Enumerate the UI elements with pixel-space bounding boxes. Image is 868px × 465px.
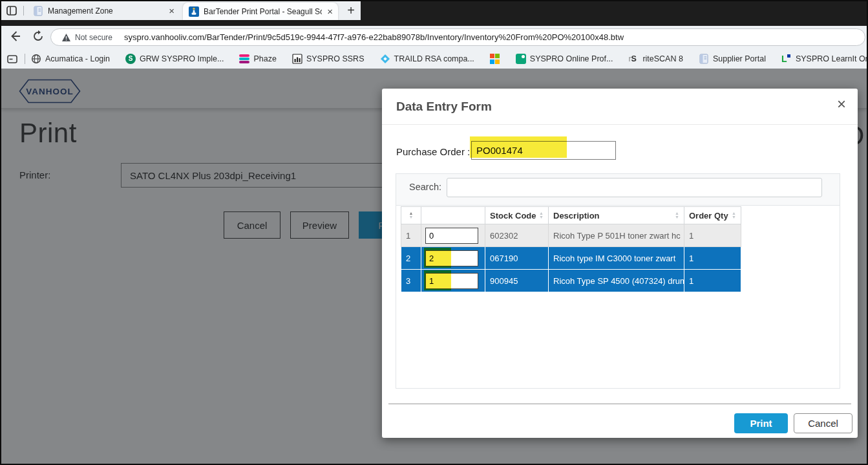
- bookmark-label: Phaze: [253, 54, 276, 63]
- security-status-label[interactable]: Not secure: [75, 33, 112, 42]
- bookmark-acumatica[interactable]: Acumatica - Login: [31, 54, 110, 64]
- search-input[interactable]: [447, 178, 822, 197]
- back-arrow-icon: [8, 29, 22, 43]
- row-number-cell: 3: [401, 270, 421, 292]
- bookmark-label: TRAILD RSA compa...: [394, 54, 474, 63]
- header-label: Description: [553, 211, 600, 221]
- tab-bartender-print-portal[interactable]: BarTender Print Portal - Seagull Sc ×: [183, 3, 338, 20]
- stock-code-cell: 067190: [485, 247, 549, 270]
- tab-strip: Management Zone × BarTender Print Portal…: [1, 1, 361, 20]
- quantity-input[interactable]: [425, 228, 478, 244]
- bookmark-supplier-portal[interactable]: Supplier Portal: [699, 54, 766, 64]
- row-number-cell: 2: [401, 247, 421, 270]
- bookmark-label: Supplier Portal: [713, 54, 766, 63]
- bookmark-syspro-online[interactable]: SYSPRO Online Prof...: [516, 54, 613, 64]
- bookmarks-separator: [25, 54, 25, 64]
- bookmark-syspro-learnit[interactable]: L SYSPRO LearnIt Onli...: [781, 54, 867, 64]
- tab-close-button[interactable]: ×: [169, 6, 175, 16]
- url-text[interactable]: syspro.vanhooliv.com/BarTender/Print/9c5…: [124, 32, 624, 42]
- learnit-icon: L: [781, 54, 792, 64]
- bar-chart-icon: [292, 54, 302, 64]
- sort-icon: ▲▼: [539, 211, 544, 219]
- description-cell: Ricoh Type SP 4500 (407324) drum (origin…: [549, 270, 684, 292]
- bookmark-grw-syspro[interactable]: S GRW SYSPRO Imple...: [125, 54, 224, 64]
- bookmark-phaze[interactable]: Phaze: [239, 54, 276, 64]
- bookmark-label: SYSPRO SSRS: [306, 54, 365, 63]
- diamond-icon: [380, 54, 390, 64]
- tab-actions-icon: [6, 5, 18, 17]
- dialog-print-button[interactable]: Print: [734, 413, 788, 433]
- phaze-icon: [239, 54, 249, 64]
- dialog-header-divider: [382, 124, 858, 125]
- header-description[interactable]: Description ▲▼: [549, 206, 684, 224]
- bookmark-label: SYSPRO Online Prof...: [530, 54, 613, 63]
- globe-icon: [31, 54, 41, 64]
- sort-icon: ▲▼: [732, 211, 736, 219]
- sharepoint-icon: S: [125, 54, 136, 64]
- refresh-icon: [31, 29, 45, 43]
- stock-code-cell: 602302: [485, 224, 549, 247]
- order-qty-cell: 1: [684, 224, 741, 247]
- bookmark-label: Acumatica - Login: [45, 54, 110, 63]
- purchase-order-input[interactable]: [471, 141, 616, 160]
- rs-text-icon: rS: [628, 54, 639, 64]
- tab-close-button[interactable]: ×: [327, 6, 333, 16]
- bookmark-label: GRW SYSPRO Imple...: [140, 54, 224, 63]
- document-icon: [33, 6, 43, 16]
- bookmark-ritescan[interactable]: rS riteSCAN 8: [628, 54, 683, 64]
- dialog-footer-divider: [388, 404, 851, 404]
- bartender-favicon: [189, 6, 199, 17]
- title-bar: Management Zone × BarTender Print Portal…: [1, 1, 867, 26]
- items-panel: Search: ▲▼ Stock Code ▲▼ Descr: [396, 173, 840, 389]
- quantity-cell: [421, 270, 485, 292]
- bookmark-label: SYSPRO LearnIt Onli...: [796, 54, 867, 63]
- sidebar-icon: [6, 53, 18, 65]
- tab-title: BarTender Print Portal - Seagull Sc: [204, 7, 322, 16]
- refresh-button[interactable]: [30, 29, 47, 46]
- quantity-cell: [421, 247, 485, 270]
- bookmark-syspro-ssrs[interactable]: SYSPRO SSRS: [292, 54, 365, 64]
- browser-window: Management Zone × BarTender Print Portal…: [0, 0, 868, 465]
- description-cell: Ricoh type IM C3000 toner zwart: [549, 247, 684, 270]
- dialog-close-button[interactable]: ×: [837, 96, 846, 112]
- sort-icon: ▲▼: [409, 211, 414, 219]
- bookmark-label: riteSCAN 8: [642, 54, 683, 63]
- table-body: 1 602302 Ricoh Type P 501H toner zwart h…: [401, 224, 741, 292]
- order-qty-cell: 1: [684, 270, 741, 292]
- back-button[interactable]: [6, 29, 23, 46]
- header-quantity[interactable]: [421, 206, 485, 224]
- stock-code-cell: 900945: [485, 270, 549, 292]
- table-row-1[interactable]: 1 602302 Ricoh Type P 501H toner zwart h…: [401, 224, 741, 247]
- browser-toolbar: Not secure syspro.vanhooliv.com/BarTende…: [1, 26, 867, 49]
- tab-separator: [23, 6, 24, 16]
- sort-icon: ▲▼: [675, 211, 679, 219]
- header-stock-code[interactable]: Stock Code ▲▼: [485, 206, 549, 224]
- teal-square-icon: [516, 54, 526, 64]
- windows-icon: [490, 54, 500, 64]
- quantity-input[interactable]: [425, 273, 478, 289]
- purchase-order-label: Purchase Order :: [396, 146, 470, 157]
- bookmark-windows[interactable]: [490, 54, 500, 64]
- data-entry-form-dialog: Data Entry Form × Purchase Order : Searc…: [382, 89, 858, 438]
- not-secure-warning-icon: [61, 33, 71, 42]
- dialog-cancel-button[interactable]: Cancel: [794, 413, 852, 433]
- table-row-2-selected[interactable]: 2 067190 Ricoh type IM C3000 toner zwart…: [401, 247, 741, 270]
- items-table: ▲▼ Stock Code ▲▼ Description ▲▼ Order Q: [401, 206, 741, 292]
- table-row-3-selected[interactable]: 3 900945 Ricoh Type SP 4500 (407324) dru…: [401, 270, 741, 292]
- bookmark-traild[interactable]: TRAILD RSA compa...: [380, 54, 474, 64]
- address-bar[interactable]: Not secure syspro.vanhooliv.com/BarTende…: [50, 28, 865, 46]
- order-qty-cell: 1: [684, 247, 741, 270]
- sidebar-toggle-button[interactable]: [6, 53, 18, 65]
- tab-title: Management Zone: [48, 6, 164, 16]
- header-label: Order Qty: [689, 211, 728, 221]
- tab-actions-menu-button[interactable]: [6, 5, 18, 17]
- table-viewport: ▲▼ Stock Code ▲▼ Description ▲▼ Order Q: [396, 205, 840, 388]
- header-order-qty[interactable]: Order Qty ▲▼: [684, 206, 741, 224]
- document-icon: [699, 54, 709, 64]
- quantity-cell: [421, 224, 485, 247]
- new-tab-button[interactable]: +: [343, 3, 359, 19]
- quantity-input[interactable]: [425, 250, 478, 266]
- tab-management-zone[interactable]: Management Zone ×: [27, 1, 180, 20]
- header-label: Stock Code: [490, 211, 536, 221]
- header-row-number[interactable]: ▲▼: [401, 206, 421, 224]
